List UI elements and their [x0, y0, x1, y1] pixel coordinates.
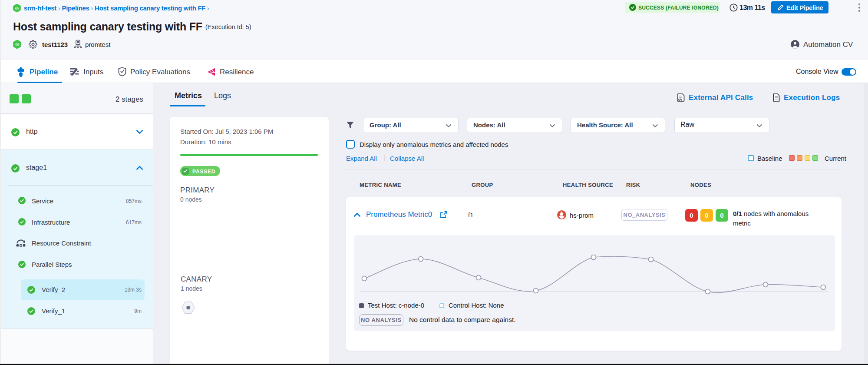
svg-text:∞: ∞: [15, 5, 19, 11]
svg-text:API: API: [677, 98, 682, 101]
svg-text:∞: ∞: [15, 41, 19, 47]
